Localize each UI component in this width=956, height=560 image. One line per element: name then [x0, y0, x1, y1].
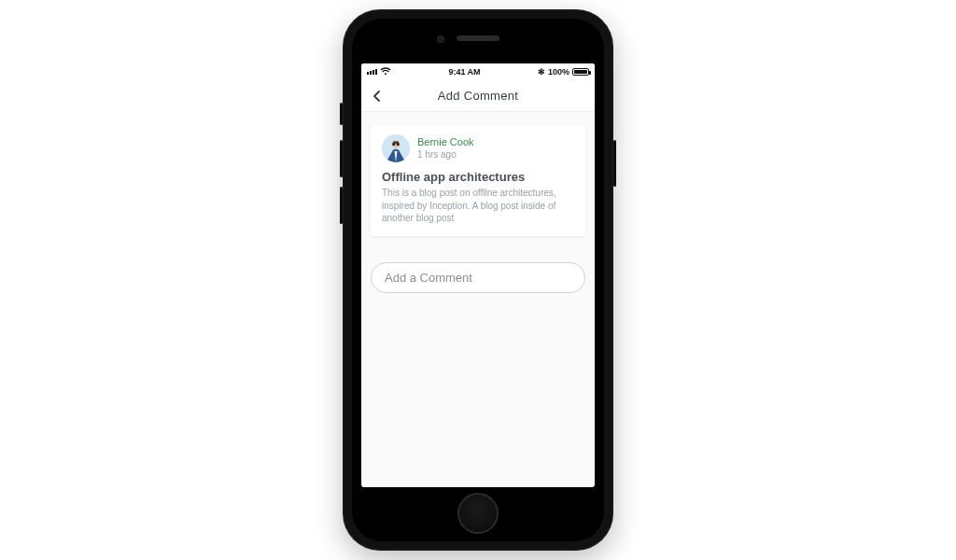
post-header: Bernie Cook 1 hrs ago: [382, 134, 574, 162]
status-left-cluster: [367, 67, 391, 77]
svg-point-3: [392, 143, 395, 146]
phone-frame: 9:41 AM ✻ 100% Add Comment: [343, 9, 613, 551]
post-card: Bernie Cook 1 hrs ago Offline app archit…: [371, 125, 585, 236]
status-time: 9:41 AM: [448, 67, 480, 77]
screen: 9:41 AM ✻ 100% Add Comment: [361, 63, 595, 487]
wifi-icon: [380, 67, 391, 77]
nav-bar: Add Comment: [361, 80, 595, 112]
bluetooth-icon: ✻: [538, 67, 545, 77]
avatar: [382, 134, 410, 162]
content-area: Bernie Cook 1 hrs ago Offline app archit…: [361, 112, 595, 487]
status-bar: 9:41 AM ✻ 100%: [361, 63, 595, 80]
battery-icon: [572, 68, 589, 76]
mute-switch: [340, 103, 343, 125]
svg-point-4: [397, 143, 400, 146]
cellular-signal-icon: [367, 69, 377, 75]
volume-down: [340, 187, 343, 224]
author-block: Bernie Cook 1 hrs ago: [417, 136, 474, 160]
chevron-left-icon: [371, 90, 384, 103]
front-camera: [437, 35, 444, 43]
status-right-cluster: ✻ 100%: [538, 67, 589, 77]
power-button: [613, 140, 616, 187]
earpiece-speaker: [457, 35, 499, 41]
comment-input[interactable]: [371, 262, 585, 293]
battery-percent: 100%: [548, 67, 569, 77]
volume-up: [340, 140, 343, 177]
back-button[interactable]: [367, 80, 387, 111]
phone-bezel: 9:41 AM ✻ 100% Add Comment: [352, 19, 604, 541]
comment-input-row: [371, 262, 585, 293]
post-body: This is a blog post on offline architect…: [382, 187, 574, 225]
author-name: Bernie Cook: [417, 136, 474, 148]
post-title: Offline app architectures: [382, 170, 574, 184]
post-timestamp: 1 hrs ago: [417, 149, 474, 161]
home-button[interactable]: [457, 493, 499, 534]
page-title: Add Comment: [361, 89, 595, 103]
